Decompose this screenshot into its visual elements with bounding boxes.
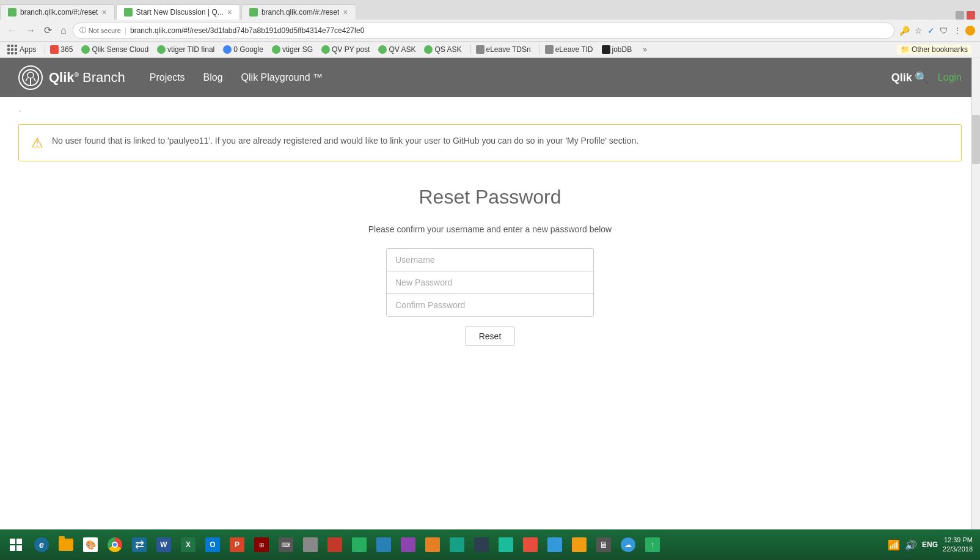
taskbar-word-icon[interactable]: W (153, 534, 175, 556)
taskbar-excel-icon[interactable]: X (177, 534, 199, 556)
taskbar-monitor-icon[interactable]: 🖥 (593, 534, 615, 556)
refresh-button[interactable]: ⟳ (42, 23, 54, 37)
taskbar-outlook-icon[interactable]: O (202, 534, 224, 556)
svg-rect-5 (10, 539, 15, 544)
more-icon[interactable]: ⋮ (952, 24, 963, 37)
taskbar-app7-icon[interactable] (446, 534, 468, 556)
bm-vtiger-sg-label: vtiger SG (282, 45, 313, 54)
bookmark-vtiger-sg[interactable]: vtiger SG (269, 45, 315, 54)
taskbar-lang[interactable]: ENG (922, 540, 938, 549)
bookmark-qs-ask[interactable]: QS ASK (422, 45, 464, 54)
taskbar-chrome-icon[interactable] (104, 534, 126, 556)
bm-qlik-label: Qlik Sense Cloud (92, 45, 148, 54)
home-button[interactable]: ⌂ (58, 24, 69, 37)
login-link[interactable]: Login (938, 72, 962, 83)
close-btn[interactable] (967, 11, 975, 20)
taskbar-time-value: 12:39 PM (943, 536, 973, 545)
key-icon[interactable]: 🔑 (898, 24, 911, 37)
new-password-input[interactable] (387, 271, 593, 294)
taskbar-app11-icon[interactable] (544, 534, 566, 556)
reset-form-container: Reset Password Please confirm your usern… (18, 180, 962, 352)
taskbar-paint-icon[interactable]: 🎨 (79, 534, 101, 556)
nav-projects[interactable]: Projects (150, 72, 185, 83)
bookmark-eleave-tid[interactable]: eLeave TID (543, 45, 596, 54)
star-icon[interactable]: ☆ (913, 24, 924, 37)
taskbar-app10-icon[interactable] (519, 534, 541, 556)
taskbar-time[interactable]: 12:39 PM 22/3/2018 (943, 536, 973, 554)
taskbar-right: 📶 🔊 ENG 12:39 PM 22/3/2018 (888, 536, 976, 554)
bm-eleave-tdsn-label: eLeave TDSn (486, 45, 531, 54)
taskbar-access-icon[interactable]: ⊞ (250, 534, 272, 556)
tab-3-label: branch.qlik.com/#:/reset (261, 8, 339, 17)
svg-point-2 (27, 72, 34, 78)
taskbar-app8-icon[interactable] (470, 534, 492, 556)
user-avatar[interactable] (965, 26, 975, 35)
bookmark-eleave-tdsn[interactable]: eLeave TDSn (474, 45, 533, 54)
forward-button[interactable]: → (23, 24, 38, 37)
bookmark-jobdb[interactable]: jobDB (599, 45, 635, 54)
taskbar-app9-icon[interactable] (495, 534, 517, 556)
bm-qv-ask-label: QV ASK (389, 45, 415, 54)
apps-label: Apps (20, 45, 36, 54)
bookmark-more[interactable]: » (640, 45, 649, 54)
taskbar-network-icon[interactable]: 📶 (888, 539, 900, 551)
bookmark-qv-py[interactable]: QV PY post (319, 45, 372, 54)
bookmark-365[interactable]: 365 (48, 45, 75, 54)
taskbar-upload-icon[interactable]: ↑ (642, 534, 664, 556)
logo-icon (18, 65, 43, 90)
shield-icon[interactable]: 🛡 (938, 24, 949, 37)
taskbar-app12-icon[interactable] (568, 534, 590, 556)
taskbar-app1-icon[interactable] (299, 534, 321, 556)
lock-icon: ⓘ (79, 26, 86, 35)
bookmark-apps[interactable]: Apps (5, 44, 38, 55)
bookmark-qlik-sense[interactable]: Qlik Sense Cloud (79, 45, 151, 54)
tab-1[interactable]: branch.qlik.com/#:/reset × (0, 4, 115, 20)
taskbar-ie-icon[interactable]: e (31, 534, 53, 556)
taskbar-folder-icon[interactable] (55, 534, 77, 556)
bm-eleave-tid-icon (545, 45, 554, 54)
taskbar-app3-icon[interactable] (348, 534, 370, 556)
nav-playground[interactable]: Qlik Playground ™ (241, 72, 323, 83)
bm-eleave-tid-label: eLeave TID (555, 45, 593, 54)
taskbar-remote-icon[interactable]: ⇄ (128, 534, 150, 556)
taskbar-ppt-icon[interactable]: P (226, 534, 248, 556)
tab-2-favicon (124, 8, 133, 17)
tab-3-close[interactable]: × (343, 7, 348, 17)
bookmark-google[interactable]: 0 Google (221, 45, 266, 54)
svg-line-3 (26, 78, 27, 81)
taskbar-cloud-icon[interactable]: ☁ (617, 534, 639, 556)
username-input[interactable] (387, 249, 593, 271)
bm-vtiger-icon (157, 45, 166, 54)
taskbar-app4-icon[interactable] (373, 534, 395, 556)
taskbar-app6-icon[interactable] (422, 534, 444, 556)
back-button[interactable]: ← (5, 24, 20, 37)
qlik-search[interactable]: Qlik 🔍 (891, 71, 928, 84)
taskbar-app2-icon[interactable] (324, 534, 346, 556)
extension-icon[interactable]: ✓ (926, 24, 936, 37)
nav-blog[interactable]: Blog (203, 72, 223, 83)
tab-bar: branch.qlik.com/#:/reset × Start New Dis… (0, 0, 980, 20)
bm-qv-py-icon (321, 45, 330, 54)
minimize-btn[interactable] (956, 11, 964, 20)
bookmark-more-label: » (643, 45, 647, 54)
tab-2-close[interactable]: × (227, 7, 232, 17)
scrollbar-thumb[interactable] (971, 115, 980, 164)
bookmark-other[interactable]: 📁 Other bookmarks (897, 45, 971, 54)
browser-chrome: branch.qlik.com/#:/reset × Start New Dis… (0, 0, 980, 58)
reset-description: Please confirm your username and enter a… (368, 223, 612, 236)
reset-button[interactable]: Reset (465, 326, 516, 346)
tab-2[interactable]: Start New Discussion | Q... × (116, 4, 240, 20)
bookmark-vtiger-tid[interactable]: vtiger TID final (155, 45, 217, 54)
tab-1-close[interactable]: × (101, 7, 106, 17)
start-button[interactable] (4, 532, 28, 557)
address-bar-icons: 🔑 ☆ ✓ 🛡 ⋮ (898, 24, 975, 37)
bm-qs-ask-icon (424, 45, 433, 54)
taskbar-volume-icon[interactable]: 🔊 (905, 539, 917, 551)
taskbar: e 🎨 ⇄ W X O P ⊞ ⌨ (0, 529, 980, 560)
confirm-password-input[interactable] (387, 294, 593, 316)
tab-3[interactable]: branch.qlik.com/#:/reset × (241, 4, 356, 20)
taskbar-app5-icon[interactable] (397, 534, 419, 556)
taskbar-keyboard-icon[interactable]: ⌨ (275, 534, 297, 556)
bookmark-qv-ask[interactable]: QV ASK (376, 45, 418, 54)
address-bar[interactable]: ⓘ Not secure | branch.qlik.com/#!/reset/… (73, 23, 894, 39)
